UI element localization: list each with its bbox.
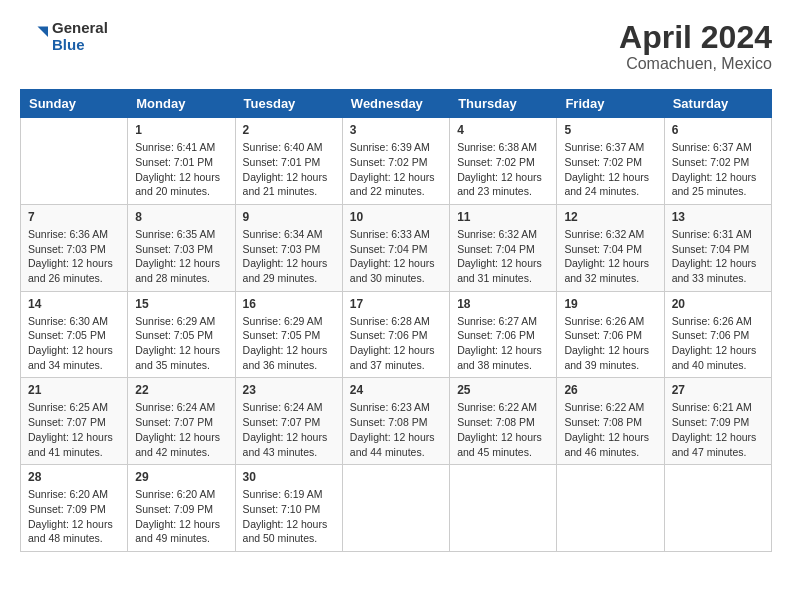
day-info: Sunrise: 6:35 AM Sunset: 7:03 PM Dayligh… [135, 227, 227, 286]
day-info: Sunrise: 6:36 AM Sunset: 7:03 PM Dayligh… [28, 227, 120, 286]
day-info: Sunrise: 6:31 AM Sunset: 7:04 PM Dayligh… [672, 227, 764, 286]
svg-marker-0 [38, 26, 49, 37]
day-number: 25 [457, 383, 549, 397]
day-info: Sunrise: 6:25 AM Sunset: 7:07 PM Dayligh… [28, 400, 120, 459]
day-info: Sunrise: 6:41 AM Sunset: 7:01 PM Dayligh… [135, 140, 227, 199]
month-title: April 2024 [619, 20, 772, 55]
day-number: 2 [243, 123, 335, 137]
day-info: Sunrise: 6:30 AM Sunset: 7:05 PM Dayligh… [28, 314, 120, 373]
day-number: 21 [28, 383, 120, 397]
calendar-cell: 7Sunrise: 6:36 AM Sunset: 7:03 PM Daylig… [21, 204, 128, 291]
day-number: 4 [457, 123, 549, 137]
day-info: Sunrise: 6:22 AM Sunset: 7:08 PM Dayligh… [457, 400, 549, 459]
weekday-row: SundayMondayTuesdayWednesdayThursdayFrid… [21, 90, 772, 118]
day-number: 5 [564, 123, 656, 137]
day-info: Sunrise: 6:28 AM Sunset: 7:06 PM Dayligh… [350, 314, 442, 373]
day-info: Sunrise: 6:33 AM Sunset: 7:04 PM Dayligh… [350, 227, 442, 286]
calendar-cell: 5Sunrise: 6:37 AM Sunset: 7:02 PM Daylig… [557, 118, 664, 205]
day-number: 19 [564, 297, 656, 311]
day-number: 6 [672, 123, 764, 137]
calendar-cell: 22Sunrise: 6:24 AM Sunset: 7:07 PM Dayli… [128, 378, 235, 465]
calendar-cell: 23Sunrise: 6:24 AM Sunset: 7:07 PM Dayli… [235, 378, 342, 465]
day-number: 13 [672, 210, 764, 224]
weekday-header-thursday: Thursday [450, 90, 557, 118]
calendar-cell: 21Sunrise: 6:25 AM Sunset: 7:07 PM Dayli… [21, 378, 128, 465]
day-number: 23 [243, 383, 335, 397]
day-number: 30 [243, 470, 335, 484]
calendar-cell: 16Sunrise: 6:29 AM Sunset: 7:05 PM Dayli… [235, 291, 342, 378]
calendar-cell: 17Sunrise: 6:28 AM Sunset: 7:06 PM Dayli… [342, 291, 449, 378]
day-info: Sunrise: 6:22 AM Sunset: 7:08 PM Dayligh… [564, 400, 656, 459]
day-info: Sunrise: 6:20 AM Sunset: 7:09 PM Dayligh… [28, 487, 120, 546]
day-number: 14 [28, 297, 120, 311]
day-info: Sunrise: 6:39 AM Sunset: 7:02 PM Dayligh… [350, 140, 442, 199]
day-info: Sunrise: 6:29 AM Sunset: 7:05 PM Dayligh… [135, 314, 227, 373]
calendar-cell: 27Sunrise: 6:21 AM Sunset: 7:09 PM Dayli… [664, 378, 771, 465]
calendar-cell [450, 465, 557, 552]
calendar-cell: 11Sunrise: 6:32 AM Sunset: 7:04 PM Dayli… [450, 204, 557, 291]
day-number: 16 [243, 297, 335, 311]
calendar-cell [557, 465, 664, 552]
calendar-cell: 8Sunrise: 6:35 AM Sunset: 7:03 PM Daylig… [128, 204, 235, 291]
day-info: Sunrise: 6:34 AM Sunset: 7:03 PM Dayligh… [243, 227, 335, 286]
day-info: Sunrise: 6:24 AM Sunset: 7:07 PM Dayligh… [243, 400, 335, 459]
day-info: Sunrise: 6:24 AM Sunset: 7:07 PM Dayligh… [135, 400, 227, 459]
day-number: 28 [28, 470, 120, 484]
calendar-cell: 18Sunrise: 6:27 AM Sunset: 7:06 PM Dayli… [450, 291, 557, 378]
calendar-cell: 1Sunrise: 6:41 AM Sunset: 7:01 PM Daylig… [128, 118, 235, 205]
calendar-cell: 24Sunrise: 6:23 AM Sunset: 7:08 PM Dayli… [342, 378, 449, 465]
calendar-cell: 20Sunrise: 6:26 AM Sunset: 7:06 PM Dayli… [664, 291, 771, 378]
calendar-cell: 25Sunrise: 6:22 AM Sunset: 7:08 PM Dayli… [450, 378, 557, 465]
day-number: 8 [135, 210, 227, 224]
calendar-cell [664, 465, 771, 552]
weekday-header-monday: Monday [128, 90, 235, 118]
day-info: Sunrise: 6:19 AM Sunset: 7:10 PM Dayligh… [243, 487, 335, 546]
calendar-week-5: 28Sunrise: 6:20 AM Sunset: 7:09 PM Dayli… [21, 465, 772, 552]
day-info: Sunrise: 6:21 AM Sunset: 7:09 PM Dayligh… [672, 400, 764, 459]
day-number: 11 [457, 210, 549, 224]
page-header: General Blue April 2024 Comachuen, Mexic… [20, 20, 772, 73]
calendar-cell: 15Sunrise: 6:29 AM Sunset: 7:05 PM Dayli… [128, 291, 235, 378]
logo: General Blue [20, 20, 108, 53]
day-number: 18 [457, 297, 549, 311]
day-info: Sunrise: 6:32 AM Sunset: 7:04 PM Dayligh… [564, 227, 656, 286]
day-number: 9 [243, 210, 335, 224]
day-info: Sunrise: 6:29 AM Sunset: 7:05 PM Dayligh… [243, 314, 335, 373]
day-info: Sunrise: 6:20 AM Sunset: 7:09 PM Dayligh… [135, 487, 227, 546]
calendar-body: 1Sunrise: 6:41 AM Sunset: 7:01 PM Daylig… [21, 118, 772, 552]
calendar-cell: 13Sunrise: 6:31 AM Sunset: 7:04 PM Dayli… [664, 204, 771, 291]
day-info: Sunrise: 6:40 AM Sunset: 7:01 PM Dayligh… [243, 140, 335, 199]
calendar-header: SundayMondayTuesdayWednesdayThursdayFrid… [21, 90, 772, 118]
day-number: 20 [672, 297, 764, 311]
day-info: Sunrise: 6:37 AM Sunset: 7:02 PM Dayligh… [672, 140, 764, 199]
day-info: Sunrise: 6:27 AM Sunset: 7:06 PM Dayligh… [457, 314, 549, 373]
day-info: Sunrise: 6:26 AM Sunset: 7:06 PM Dayligh… [672, 314, 764, 373]
weekday-header-sunday: Sunday [21, 90, 128, 118]
day-number: 10 [350, 210, 442, 224]
calendar-cell: 30Sunrise: 6:19 AM Sunset: 7:10 PM Dayli… [235, 465, 342, 552]
day-number: 17 [350, 297, 442, 311]
day-number: 24 [350, 383, 442, 397]
calendar-week-1: 1Sunrise: 6:41 AM Sunset: 7:01 PM Daylig… [21, 118, 772, 205]
weekday-header-tuesday: Tuesday [235, 90, 342, 118]
location-title: Comachuen, Mexico [619, 55, 772, 73]
day-info: Sunrise: 6:37 AM Sunset: 7:02 PM Dayligh… [564, 140, 656, 199]
calendar-table: SundayMondayTuesdayWednesdayThursdayFrid… [20, 89, 772, 552]
day-info: Sunrise: 6:23 AM Sunset: 7:08 PM Dayligh… [350, 400, 442, 459]
calendar-week-2: 7Sunrise: 6:36 AM Sunset: 7:03 PM Daylig… [21, 204, 772, 291]
logo-icon [20, 23, 48, 51]
day-number: 26 [564, 383, 656, 397]
calendar-cell: 10Sunrise: 6:33 AM Sunset: 7:04 PM Dayli… [342, 204, 449, 291]
weekday-header-friday: Friday [557, 90, 664, 118]
calendar-week-3: 14Sunrise: 6:30 AM Sunset: 7:05 PM Dayli… [21, 291, 772, 378]
calendar-cell: 12Sunrise: 6:32 AM Sunset: 7:04 PM Dayli… [557, 204, 664, 291]
day-number: 22 [135, 383, 227, 397]
day-info: Sunrise: 6:38 AM Sunset: 7:02 PM Dayligh… [457, 140, 549, 199]
day-number: 7 [28, 210, 120, 224]
day-number: 12 [564, 210, 656, 224]
day-number: 1 [135, 123, 227, 137]
title-area: April 2024 Comachuen, Mexico [619, 20, 772, 73]
calendar-cell: 3Sunrise: 6:39 AM Sunset: 7:02 PM Daylig… [342, 118, 449, 205]
day-number: 29 [135, 470, 227, 484]
day-number: 27 [672, 383, 764, 397]
